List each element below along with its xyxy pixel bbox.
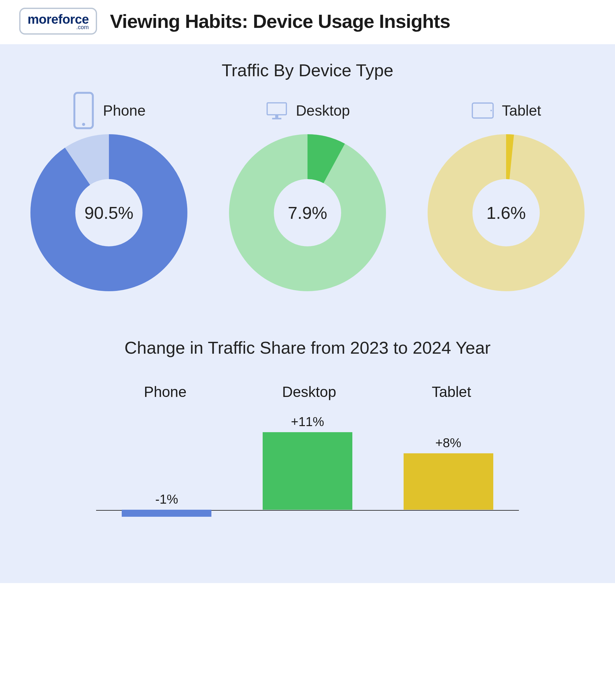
donut-value-phone: 90.5% — [29, 133, 189, 293]
donut-desktop: Desktop 7.9% — [227, 96, 388, 293]
svg-rect-6 — [272, 118, 281, 120]
section-yoy-title: Change in Traffic Share from 2023 to 202… — [19, 338, 596, 358]
bar-rect — [122, 510, 211, 517]
bar-label-tablet: Tablet — [432, 383, 471, 400]
donut-value-desktop: 7.9% — [227, 133, 388, 293]
desktop-icon — [265, 96, 288, 125]
bar-label-phone: Phone — [144, 383, 186, 400]
phone-icon — [72, 96, 95, 125]
svg-point-1 — [82, 123, 86, 126]
bar-chart: Phone Desktop Tablet -1%+11%+8% — [96, 383, 519, 538]
tablet-icon — [471, 96, 494, 125]
device-label-tablet: Tablet — [471, 96, 541, 125]
bar-rect — [404, 453, 493, 510]
svg-point-10 — [490, 110, 492, 112]
bar-value: +8% — [404, 436, 493, 450]
bar-value: +11% — [263, 414, 352, 429]
logo: moreforce .com — [19, 8, 97, 35]
donut-value-tablet: 1.6% — [426, 133, 586, 293]
donut-tablet: Tablet 1.6% — [426, 96, 586, 293]
bar-label-desktop: Desktop — [282, 383, 336, 400]
device-label-text: Desktop — [296, 102, 350, 119]
bar-desktop: +11% — [263, 414, 352, 510]
donut-chart-phone: 90.5% — [29, 133, 189, 293]
device-label-text: Tablet — [502, 102, 541, 119]
device-label-desktop: Desktop — [265, 96, 350, 125]
bars-plot: -1%+11%+8% — [96, 410, 519, 538]
bar-tablet: +8% — [404, 436, 493, 510]
donut-phone: Phone 90.5% — [29, 96, 189, 293]
donut-chart-tablet: 1.6% — [426, 133, 586, 293]
bar-phone: -1% — [122, 492, 211, 517]
bar-headers: Phone Desktop Tablet — [96, 383, 519, 400]
bar-value: -1% — [122, 492, 211, 507]
svg-rect-5 — [275, 115, 278, 117]
page-title: Viewing Habits: Device Usage Insights — [110, 10, 450, 32]
section-traffic-title: Traffic By Device Type — [19, 60, 596, 80]
yoy-section: Change in Traffic Share from 2023 to 202… — [19, 338, 596, 538]
donut-row: Phone 90.5% Desktop — [19, 96, 596, 293]
svg-rect-4 — [267, 103, 286, 115]
header: moreforce .com Viewing Habits: Device Us… — [0, 0, 615, 44]
donut-chart-desktop: 7.9% — [227, 133, 388, 293]
svg-rect-9 — [472, 103, 493, 118]
bar-rect — [263, 432, 352, 510]
device-label-phone: Phone — [72, 96, 146, 125]
main-panel: Traffic By Device Type Phone 90.5% — [0, 44, 615, 583]
device-label-text: Phone — [103, 102, 146, 119]
